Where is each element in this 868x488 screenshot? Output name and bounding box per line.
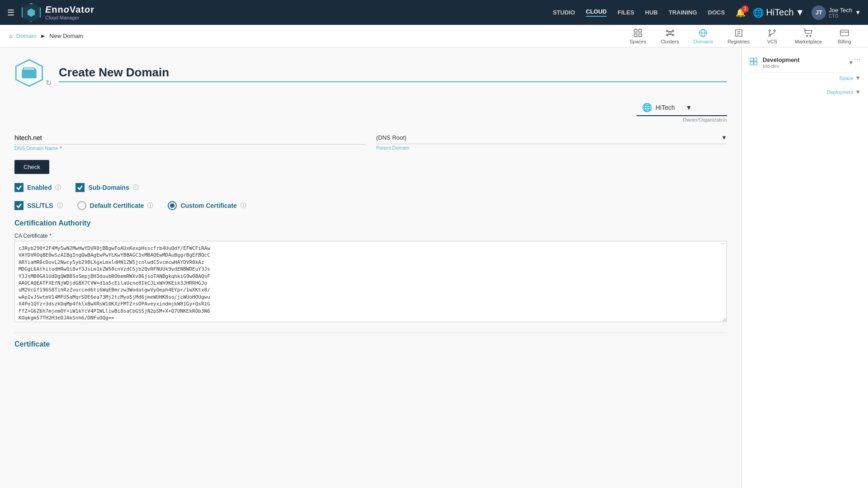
globe-icon: 🌐	[753, 7, 764, 18]
deployment-label: Deployment	[827, 89, 854, 96]
custom-cert-radio-item: Custom Certificate ⓘ	[168, 201, 246, 210]
svg-point-20	[769, 29, 771, 31]
breadcrumb-new-domain: New Domain	[50, 33, 83, 39]
subdomains-checkbox[interactable]	[75, 183, 85, 192]
nav-right: 🔔 1 🌐 HiTech ▼ JT Joe Tech CTO ▼	[736, 5, 861, 20]
user-role: CTO	[829, 14, 852, 19]
nav-clusters[interactable]: Clusters	[654, 25, 685, 47]
svg-rect-2	[634, 33, 637, 36]
page-title: Create New Domain	[59, 66, 727, 82]
svg-point-25	[810, 35, 811, 37]
checkboxes-row-1: Enabled ⓘ Sub-Domains ⓘ	[14, 183, 727, 192]
org-chevron-down-icon: ▼	[796, 7, 805, 18]
subdomains-checkbox-item: Sub-Domains ⓘ	[75, 183, 138, 192]
enabled-checkbox-item: Enabled ⓘ	[14, 183, 61, 192]
svg-point-4	[669, 32, 671, 34]
sidebar-development-item[interactable]: Development tdd-dev ▼	[749, 53, 854, 73]
user-name: Joe Tech	[829, 7, 852, 14]
dns-field-row: DNS Domain Name (DNS Root) ▼ Parent Doma…	[14, 131, 727, 151]
owner-selector[interactable]: 🌐 HiTech ▼ Owner/Organization	[637, 100, 727, 122]
default-cert-info-icon[interactable]: ⓘ	[147, 202, 153, 210]
nav-training[interactable]: TRAINING	[669, 9, 697, 16]
nav-docs[interactable]: DOCS	[708, 9, 725, 16]
logo-icon	[22, 3, 41, 22]
nav-files[interactable]: FILES	[618, 9, 634, 16]
ssl-tls-checkbox[interactable]	[14, 201, 24, 210]
nav-studio[interactable]: STUDIO	[553, 9, 575, 16]
parent-domain-field: (DNS Root) ▼ Parent Domain	[376, 131, 727, 151]
breadcrumb: ⌂ Domain ► New Domain	[9, 33, 83, 39]
deployment-chevron-down-icon[interactable]: ▼	[855, 89, 861, 95]
svg-rect-0	[634, 29, 637, 32]
sidebar-development-info: Development tdd-dev	[763, 56, 800, 69]
avatar: JT	[811, 5, 826, 20]
subdomains-info-icon[interactable]: ⓘ	[133, 183, 139, 192]
svg-rect-34	[24, 68, 35, 70]
notifications-button[interactable]: 🔔 1	[736, 8, 745, 18]
default-cert-radio-item: Default Certificate ⓘ	[77, 201, 154, 210]
refresh-button[interactable]: ↻	[46, 79, 52, 87]
development-icon	[749, 57, 758, 68]
nav-marketplace[interactable]: Marketplace	[788, 25, 828, 47]
space-label: Space	[839, 75, 853, 82]
user-menu[interactable]: JT Joe Tech CTO ▼	[811, 5, 861, 20]
ssl-tls-info-icon[interactable]: ⓘ	[57, 202, 63, 210]
sidebar-dev-sub: tdd-dev	[763, 63, 800, 69]
ssl-row: SSL/TLS ⓘ Default Certificate ⓘ Custom C…	[14, 201, 727, 210]
ssl-tls-checkbox-item: SSL/TLS ⓘ	[14, 201, 63, 210]
user-info: Joe Tech CTO	[829, 7, 852, 19]
ssl-tls-label: SSL/TLS	[27, 202, 53, 209]
section-divider	[14, 333, 727, 333]
custom-cert-radio[interactable]	[168, 201, 177, 210]
sidebar-options-button[interactable]: ...	[854, 53, 861, 62]
sidebar-chevron-down-icon[interactable]: ▼	[848, 59, 854, 66]
owner-globe-icon: 🌐	[642, 103, 652, 113]
notification-badge: 1	[741, 5, 749, 13]
svg-rect-26	[840, 30, 849, 36]
svg-rect-31	[754, 62, 757, 65]
default-cert-radio[interactable]	[77, 201, 86, 210]
nav-registries[interactable]: Registries	[721, 25, 756, 47]
radio-selected-indicator	[170, 203, 175, 208]
nav-hub[interactable]: HUB	[645, 9, 658, 16]
svg-rect-29	[754, 58, 757, 61]
top-navigation: ☰ EnnoVator Cloud Manager STUDIO CLOUD F…	[0, 0, 868, 25]
enabled-label: Enabled	[27, 184, 52, 191]
textarea-resize-handle[interactable]: ↕	[720, 243, 725, 245]
dns-name-input[interactable]	[14, 131, 365, 145]
owner-row: 🌐 HiTech ▼ Owner/Organization	[14, 100, 727, 122]
certification-authority-section: Certification Authority CA Certificate *…	[14, 219, 727, 324]
sidebar-dev-title: Development	[763, 56, 800, 63]
owner-label: Owner/Organization	[637, 117, 727, 122]
ca-cert-required-star: *	[49, 233, 52, 239]
check-button[interactable]: Check	[14, 160, 49, 174]
enabled-info-icon[interactable]: ⓘ	[55, 183, 61, 192]
nav-spaces[interactable]: Spaces	[623, 25, 653, 47]
svg-point-24	[807, 35, 808, 37]
nav-vcs[interactable]: VCS	[758, 25, 787, 47]
ca-cert-textarea[interactable]: c3Ryb290Y2F4My5wN2MwHwYDVR0jBBgwFoAUxKex…	[14, 241, 727, 322]
user-chevron-down-icon: ▼	[855, 9, 861, 16]
nav-cloud[interactable]: CLOUD	[586, 8, 607, 17]
space-chevron-down-icon[interactable]: ▼	[855, 75, 861, 81]
subdomains-label: Sub-Domains	[88, 184, 129, 191]
nav-billing[interactable]: Billing	[830, 25, 859, 47]
breadcrumb-domain[interactable]: Domain	[16, 33, 37, 39]
owner-chevron-down-icon: ▼	[686, 104, 692, 111]
certificate-section: Certificate	[14, 340, 727, 348]
parent-domain-select[interactable]: (DNS Root) ▼	[376, 131, 727, 144]
parent-domain-label: Parent Domain	[376, 145, 727, 150]
hamburger-menu[interactable]: ☰	[7, 8, 14, 18]
app-subtitle: Cloud Manager	[45, 15, 94, 20]
org-selector[interactable]: 🌐 HiTech ▼	[753, 7, 804, 18]
parent-domain-chevron-down-icon: ▼	[721, 134, 727, 141]
right-sidebar: ... Development tdd-dev ▼ Space ▼ Deploy…	[741, 47, 868, 488]
custom-cert-info-icon[interactable]: ⓘ	[241, 202, 246, 210]
enabled-checkbox[interactable]	[14, 183, 24, 192]
nav-links: STUDIO CLOUD FILES HUB TRAINING DOCS	[553, 8, 725, 17]
domain-navigation: Spaces Clusters Domains Registries VCS M…	[623, 25, 859, 47]
svg-point-22	[774, 29, 776, 31]
owner-name: HiTech	[656, 104, 675, 111]
main-content: ↻ Create New Domain 🌐 HiTech ▼ Owner/Org…	[0, 47, 741, 488]
nav-domains[interactable]: Domains	[687, 25, 719, 47]
